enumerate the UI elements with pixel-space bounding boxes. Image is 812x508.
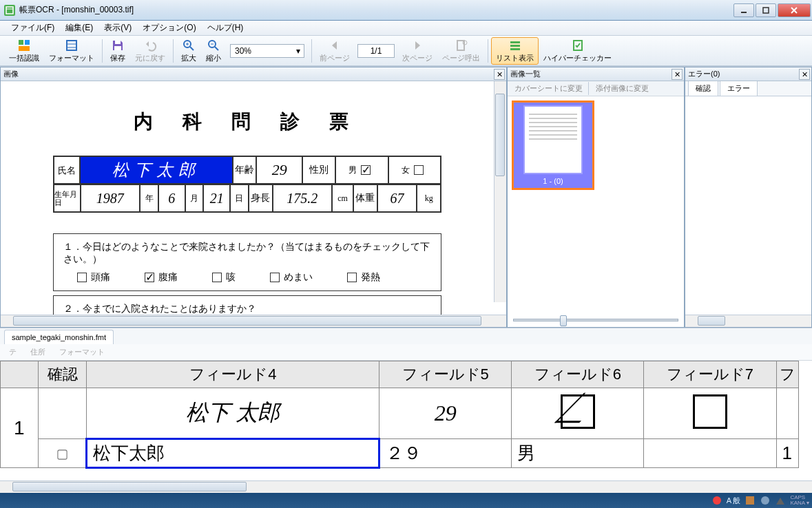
subtab-te[interactable]: テ <box>3 344 23 360</box>
menu-option[interactable]: オプション(O) <box>137 22 201 34</box>
confirm-tab[interactable]: 確認 <box>688 81 718 96</box>
form-title: 内 科 問 診 票 <box>53 109 441 135</box>
ime-indicator[interactable]: A 般 <box>727 496 741 506</box>
attach-image-button[interactable]: 添付画像に変更 <box>592 82 653 95</box>
svg-rect-8 <box>19 46 30 51</box>
svg-rect-9 <box>67 41 76 50</box>
image-panel: 画像✕ 内 科 問 診 票 氏名 松下太郎 年齢 29 性別 男 女 生年月日 … <box>0 67 507 328</box>
image-list-title: 画像一覧 <box>510 69 541 79</box>
grid-scrollbar[interactable] <box>0 480 812 493</box>
cell-fieldx[interactable]: 1 <box>776 439 798 468</box>
age-field: 29 <box>256 156 302 184</box>
svg-line-15 <box>190 47 194 50</box>
status-icon <box>760 495 771 506</box>
close-panel-button[interactable]: ✕ <box>799 69 810 80</box>
zoom-select[interactable]: 30%▾ <box>230 44 304 58</box>
cell-field7[interactable] <box>644 439 776 468</box>
status-bar: A 般 CAPSKANA ▾ <box>0 493 812 508</box>
subtab-address[interactable]: 住所 <box>24 344 52 360</box>
image-row: 1 松下 太郎 29 <box>1 388 799 439</box>
svg-rect-23 <box>510 41 520 43</box>
error-scrollbar[interactable] <box>685 315 811 327</box>
svg-rect-13 <box>114 46 121 50</box>
undo-button[interactable]: 元に戻す <box>130 37 170 65</box>
thumbnail-zoom-slider[interactable] <box>508 313 684 327</box>
file-tabs: sample_tegaki_monshin.fmt <box>0 328 812 344</box>
status-icon <box>711 495 722 506</box>
close-panel-button[interactable]: ✕ <box>494 69 505 80</box>
cell-field6[interactable]: 男 <box>512 439 644 468</box>
image-panel-title: 画像 <box>3 69 19 79</box>
vertical-scrollbar[interactable] <box>494 81 506 302</box>
hyper-checker-button[interactable]: ハイパーチェッカー <box>539 37 616 65</box>
coversheet-button[interactable]: カバーシートに変更 <box>510 82 589 95</box>
svg-point-27 <box>713 496 721 505</box>
svg-rect-3 <box>763 8 769 13</box>
minimize-button[interactable] <box>733 3 754 17</box>
format-button[interactable]: フォーマット <box>44 37 99 65</box>
status-icon <box>775 495 786 506</box>
col-field4: フィールド4 <box>87 361 379 388</box>
svg-rect-7 <box>25 40 30 45</box>
save-button[interactable]: 保存 <box>105 37 130 65</box>
page-indicator: 1/1 <box>357 44 395 58</box>
svg-point-29 <box>761 496 769 505</box>
zoom-in-button[interactable]: 拡大 <box>176 37 201 65</box>
batch-recognize-button[interactable]: 一括認識 <box>4 37 44 65</box>
col-field7: フィールド7 <box>644 361 776 388</box>
svg-rect-25 <box>510 48 520 50</box>
document-preview: 内 科 問 診 票 氏名 松下太郎 年齢 29 性別 男 女 生年月日 1987… <box>1 81 494 315</box>
row-number: 1 <box>1 388 39 468</box>
list-view-button[interactable]: リスト表示 <box>491 37 539 65</box>
horizontal-scrollbar[interactable] <box>1 315 506 327</box>
svg-rect-12 <box>115 41 121 44</box>
window-titlebar: 帳票OCR - [monshin_00003.tif] <box>0 0 812 21</box>
svg-line-19 <box>215 47 218 50</box>
thumbnail[interactable]: 1 - (0) <box>512 100 594 190</box>
page-call-button[interactable]: ページ呼出 <box>437 37 485 65</box>
subtab-format[interactable]: フォーマット <box>53 344 111 360</box>
menu-edit[interactable]: 編集(E) <box>60 22 98 34</box>
svg-rect-24 <box>510 45 520 47</box>
svg-rect-6 <box>19 40 23 45</box>
close-panel-button[interactable]: ✕ <box>672 69 683 80</box>
toolbar: 一括認識 フォーマット 保存 元に戻す 拡大 縮小 30%▾ 前ページ 1/1 … <box>0 36 812 66</box>
prev-page-button[interactable]: 前ページ <box>315 37 355 65</box>
chevron-down-icon: ▾ <box>293 45 304 57</box>
cell-field5[interactable]: ２９ <box>379 439 512 468</box>
error-panel: エラー(0)✕ 確認 エラー <box>685 67 812 328</box>
menu-view[interactable]: 表示(V) <box>98 22 137 34</box>
sex-female-checkbox <box>414 165 424 175</box>
col-field6: フィールド6 <box>512 361 644 388</box>
menu-help[interactable]: ヘルプ(H) <box>202 22 249 34</box>
close-button[interactable] <box>778 3 811 17</box>
file-tab[interactable]: sample_tegaki_monshin.fmt <box>4 330 114 344</box>
maximize-button[interactable] <box>756 3 776 17</box>
name-field[interactable]: 松下太郎 <box>80 156 233 184</box>
menu-file[interactable]: ファイル(F) <box>6 22 60 34</box>
confirm-checkbox[interactable] <box>57 449 67 459</box>
col-fieldx: フ <box>776 361 798 388</box>
checkbox-image <box>561 394 595 429</box>
app-icon <box>4 5 15 16</box>
error-panel-title: エラー(0) <box>688 69 720 79</box>
zoom-out-button[interactable]: 縮小 <box>201 37 226 65</box>
status-icon <box>745 495 756 506</box>
next-page-button[interactable]: 次ページ <box>397 37 437 65</box>
col-confirm: 確認 <box>38 361 87 388</box>
sex-male-checkbox <box>361 165 371 175</box>
checkbox-image <box>693 394 727 429</box>
cell-field4[interactable]: 松下太郎 <box>87 439 379 468</box>
svg-rect-0 <box>6 7 13 14</box>
result-grid: 確認 フィールド4 フィールド5 フィールド6 フィールド7 フ 1 松下 太郎… <box>0 361 812 469</box>
error-tab[interactable]: エラー <box>720 81 758 96</box>
menu-bar: ファイル(F) 編集(E) 表示(V) オプション(O) ヘルプ(H) <box>0 21 812 36</box>
text-row: 松下太郎 ２９ 男 1 <box>1 439 799 468</box>
window-title: 帳票OCR - [monshin_00003.tif] <box>19 4 733 16</box>
svg-rect-28 <box>746 496 754 505</box>
image-list-panel: 画像一覧✕ カバーシートに変更 添付画像に変更 1 - (0) <box>507 67 685 328</box>
col-field5: フィールド5 <box>379 361 512 388</box>
